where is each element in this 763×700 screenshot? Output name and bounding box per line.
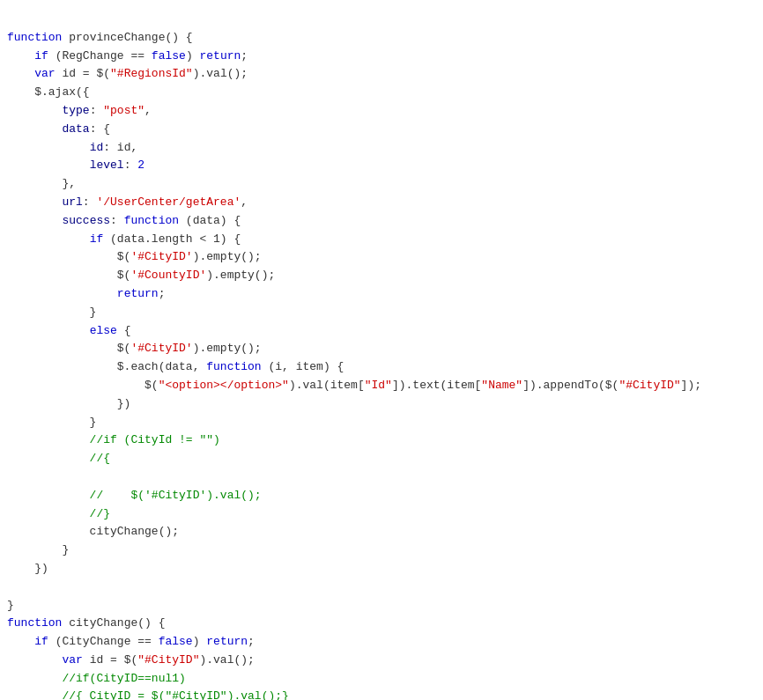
code-line: //{	[0, 450, 763, 468]
code-line: //}	[0, 505, 763, 524]
code-line: function cityChange() {	[0, 615, 763, 633]
code-line: id: id,	[0, 139, 763, 158]
code-line: success: function (data) {	[0, 212, 763, 231]
code-editor: function provinceChange() { if (RegChang…	[0, 7, 763, 700]
code-line: }	[0, 304, 763, 322]
code-line: $.ajax({	[0, 84, 763, 102]
code-line: $('#CityID').empty();	[0, 248, 763, 267]
code-line: $("<option></option>").val(item["Id"]).t…	[0, 377, 763, 395]
code-line: if (RegChange == false) return;	[0, 48, 763, 66]
code-line: })	[0, 395, 763, 414]
code-line: type: "post",	[0, 102, 763, 121]
code-line: var id = $("#RegionsId").val();	[0, 65, 763, 84]
code-line: }	[0, 542, 763, 560]
code-line: return;	[0, 285, 763, 304]
code-line: if (data.length < 1) {	[0, 231, 763, 249]
code-line: //{ CityID = $("#CityID").val();}	[0, 688, 763, 700]
code-line: url: '/UserCenter/getArea',	[0, 194, 763, 212]
code-line: if (CityChange == false) return;	[0, 633, 763, 652]
code-line: }	[0, 414, 763, 432]
code-line: $.each(data, function (i, item) {	[0, 358, 763, 377]
code-line	[0, 468, 763, 487]
code-line	[0, 578, 763, 597]
code-line: function provinceChange() {	[0, 29, 763, 48]
code-line: //if(CityID==nul1)	[0, 670, 763, 689]
code-line: }	[0, 597, 763, 615]
code-line: $('#CountyID').empty();	[0, 267, 763, 285]
code-line: var id = $("#CityID").val();	[0, 652, 763, 670]
code-line: },	[0, 175, 763, 194]
code-line: $('#CityID').empty();	[0, 340, 763, 358]
code-line: })	[0, 560, 763, 578]
code-line: else {	[0, 322, 763, 341]
code-line: data: {	[0, 121, 763, 139]
code-line: cityChange();	[0, 523, 763, 542]
code-line: // $('#CityID').val();	[0, 487, 763, 505]
code-line: //if (CityId != "")	[0, 431, 763, 450]
code-line: level: 2	[0, 157, 763, 175]
